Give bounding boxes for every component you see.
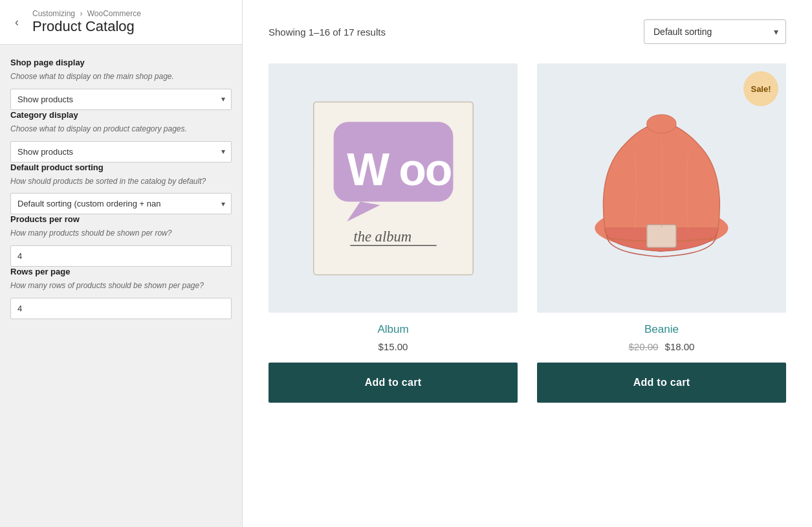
product-price-album: $15.00 (379, 341, 408, 352)
section-products-per-row: Products per row How many products shoul… (10, 214, 232, 267)
results-text: Showing 1–16 of 17 results (269, 27, 386, 38)
add-to-cart-button-beanie[interactable]: Add to cart (537, 363, 786, 403)
sale-badge: Sale! (743, 71, 778, 106)
shop-page-display-desc: Choose what to display on the main shop … (10, 71, 232, 82)
products-per-row-label: Products per row (10, 214, 232, 224)
breadcrumb: Customizing › WooCommerce (32, 9, 141, 18)
svg-text:W: W (347, 144, 390, 194)
product-price-beanie: $20.00 $18.00 (629, 341, 695, 352)
product-name-beanie: Beanie (644, 323, 679, 336)
rows-per-page-input[interactable] (10, 298, 232, 319)
products-grid: W oo the album Album $15.00 Add to cart … (269, 63, 786, 403)
products-per-row-desc: How many products should be shown per ro… (10, 228, 232, 239)
section-shop-page-display: Shop page display Choose what to display… (10, 58, 232, 110)
category-display-label: Category display (10, 110, 232, 120)
default-sorting-desc: How should products be sorted in the cat… (10, 176, 232, 187)
svg-point-9 (647, 115, 676, 133)
sorting-select[interactable]: Default sorting Sort by popularity Sort … (644, 19, 786, 44)
sorting-select-wrapper: Default sorting Sort by popularity Sort … (644, 19, 786, 44)
sidebar-header: ‹ Customizing › WooCommerce Product Cata… (0, 0, 242, 45)
products-per-row-input[interactable] (10, 245, 232, 267)
section-category-display: Category display Choose what to display … (10, 110, 232, 163)
shop-page-display-label: Shop page display (10, 58, 232, 67)
product-card-beanie: Sale! (537, 63, 786, 403)
category-display-select[interactable]: Show products Show subcategories Show su… (10, 141, 232, 163)
product-name-album: Album (377, 323, 408, 336)
product-image-beanie: Sale! (537, 63, 786, 313)
svg-rect-8 (647, 225, 676, 247)
default-sorting-select[interactable]: Default sorting (custom ordering + nan P… (10, 193, 232, 214)
rows-per-page-desc: How many rows of products should be show… (10, 280, 232, 291)
default-sorting-select-wrapper: Default sorting (custom ordering + nan P… (10, 193, 232, 214)
main-content: Showing 1–16 of 17 results Default sorti… (243, 0, 812, 527)
svg-text:oo: oo (399, 144, 451, 194)
page-title: Product Catalog (32, 18, 141, 35)
section-default-sorting: Default product sorting How should produ… (10, 163, 232, 215)
rows-per-page-label: Rows per page (10, 267, 232, 276)
category-display-select-wrapper: Show products Show subcategories Show su… (10, 141, 232, 163)
header-text: Customizing › WooCommerce Product Catalo… (32, 9, 141, 35)
sidebar-content: Shop page display Choose what to display… (0, 45, 242, 332)
shop-header: Showing 1–16 of 17 results Default sorti… (269, 19, 786, 44)
sale-price-beanie: $18.00 (665, 341, 695, 352)
svg-text:the  album: the album (353, 229, 411, 245)
section-rows-per-page: Rows per page How many rows of products … (10, 267, 232, 319)
shop-page-display-select[interactable]: Show products Show categories Show categ… (10, 89, 232, 110)
product-card-album: W oo the album Album $15.00 Add to cart (269, 63, 518, 403)
back-button[interactable]: ‹ (8, 13, 26, 31)
shop-page-display-select-wrapper: Show products Show categories Show categ… (10, 89, 232, 110)
add-to-cart-button-album[interactable]: Add to cart (269, 363, 518, 403)
sidebar: ‹ Customizing › WooCommerce Product Cata… (0, 0, 243, 527)
product-image-album: W oo the album (269, 63, 518, 313)
default-sorting-label: Default product sorting (10, 163, 232, 172)
category-display-desc: Choose what to display on product catego… (10, 124, 232, 135)
original-price-beanie: $20.00 (629, 341, 659, 352)
